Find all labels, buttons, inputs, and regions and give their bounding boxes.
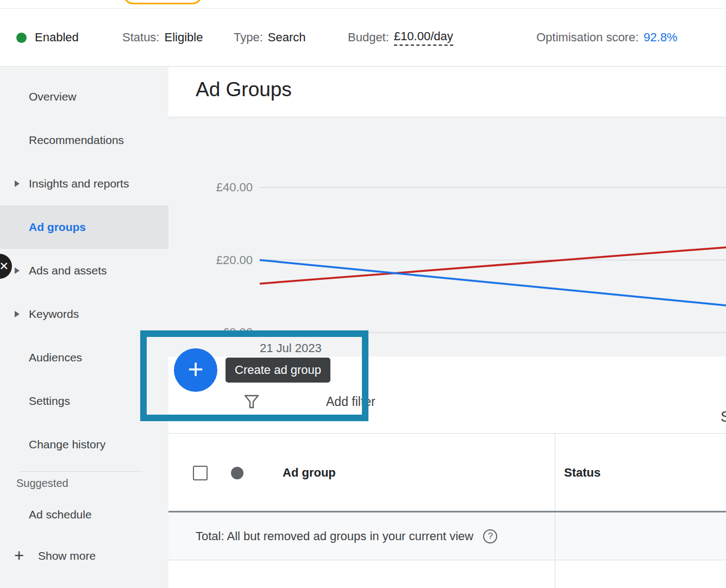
sidebar-item-change-history[interactable]: Change history — [0, 423, 168, 466]
sidebar-item-ads-and-assets[interactable]: Ads and assets — [0, 249, 168, 292]
optimisation-score-label: Optimisation score: — [536, 30, 639, 45]
create-ad-group-tooltip: Create ad group — [226, 358, 330, 383]
sidebar-item-ad-schedule[interactable]: Ad schedule — [0, 495, 168, 535]
enabled-status-dot-icon — [16, 33, 27, 43]
y-tick-label: £20.00 — [198, 253, 253, 267]
sidebar-item-label: Ad schedule — [29, 508, 92, 521]
sidebar-item-label: Keywords — [29, 308, 79, 321]
help-icon[interactable]: ? — [483, 529, 497, 543]
sidebar-item-label: Recommendations — [29, 134, 124, 147]
enabled-label: Enabled — [35, 30, 79, 45]
budget-field: Budget: £10.00/day — [348, 29, 453, 46]
sidebar-item-recommendations[interactable]: Recommendations — [0, 118, 168, 162]
page-title: Ad Groups — [196, 78, 292, 101]
sidebar-item-label: Ad groups — [29, 221, 86, 234]
create-ad-group-button[interactable]: + — [174, 348, 217, 392]
column-header-status[interactable]: Status — [564, 466, 600, 480]
campaign-pill-fragment — [123, 0, 202, 4]
campaign-state-control[interactable]: Enabled — [16, 30, 79, 45]
clipped-toolbar-text: S — [721, 409, 726, 426]
status-field: Status: Eligible — [122, 30, 203, 45]
close-icon: ✕ — [0, 260, 9, 273]
sidebar-item-audiences[interactable]: Audiences — [0, 336, 168, 379]
sidebar-item-label: Ads and assets — [29, 264, 107, 277]
plus-icon: + — [187, 353, 203, 385]
performance-chart-panel: £40.00£20.00£0.00 21 Jul 2023 — [168, 117, 726, 356]
question-mark-glyph: ? — [487, 531, 492, 542]
filter-icon[interactable] — [243, 393, 260, 410]
table-top-divider — [168, 433, 726, 434]
sidebar-item-ad-groups[interactable]: Ad groups — [0, 205, 168, 249]
sidebar-item-label: Audiences — [29, 351, 82, 364]
total-row-label: Total: All but removed ad groups in your… — [196, 529, 473, 543]
type-value: Search — [268, 30, 306, 45]
sidebar-item-label: Overview — [29, 90, 77, 103]
budget-value[interactable]: £10.00/day — [394, 29, 453, 46]
sidebar-item-label: Settings — [29, 395, 70, 408]
chevron-right-icon — [15, 180, 20, 187]
y-tick-label: £0.00 — [198, 326, 253, 340]
sidebar-show-more-button[interactable]: + Show more — [0, 535, 168, 577]
sidebar-item-keywords[interactable]: Keywords — [0, 292, 168, 336]
type-field: Type: Search — [234, 30, 306, 45]
status-value: Eligible — [164, 30, 203, 45]
optimisation-score-value[interactable]: 92.8% — [643, 30, 677, 45]
y-tick-label: £40.00 — [198, 180, 253, 195]
chevron-right-icon — [15, 311, 20, 317]
status-label: Status: — [122, 30, 159, 45]
select-all-checkbox[interactable] — [193, 466, 208, 480]
plus-icon: + — [11, 546, 27, 566]
sidebar-nav: Overview Recommendations Insights and re… — [0, 67, 168, 588]
sidebar-item-insights-and-reports[interactable]: Insights and reports — [0, 162, 168, 205]
table-total-row: Total: All but removed ad groups in your… — [168, 512, 726, 560]
budget-label: Budget: — [348, 30, 389, 45]
sidebar-item-overview[interactable]: Overview — [0, 75, 168, 118]
optimisation-score-field: Optimisation score: 92.8% — [536, 30, 678, 45]
campaign-status-bar: Enabled Status: Eligible Type: Search Bu… — [0, 8, 726, 67]
table-header-divider — [168, 511, 726, 512]
type-label: Type: — [234, 30, 263, 45]
show-more-label: Show more — [38, 549, 96, 562]
sidebar-section-suggested: Suggested — [0, 472, 168, 495]
sidebar-item-settings[interactable]: Settings — [0, 379, 168, 423]
x-axis-label: 21 Jul 2023 — [260, 341, 322, 355]
column-header-ad-group[interactable]: Ad group — [283, 466, 336, 480]
sidebar-item-label: Change history — [29, 438, 105, 451]
chevron-right-icon — [15, 267, 20, 274]
sidebar-item-label: Insights and reports — [29, 177, 129, 190]
performance-chart — [168, 117, 726, 356]
status-dot-column-icon — [231, 467, 243, 479]
add-filter-button[interactable]: Add filter — [326, 395, 375, 409]
